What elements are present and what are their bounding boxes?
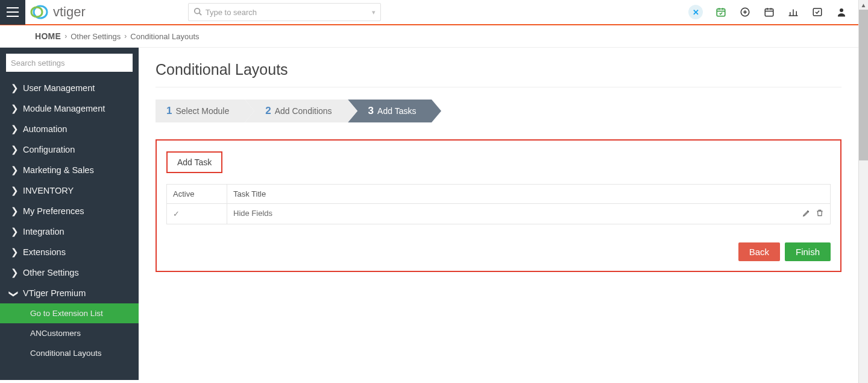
svg-rect-20 [813,8,822,16]
step-select-module[interactable]: 1 Select Module [156,100,245,122]
logo[interactable]: vtiger [30,0,86,25]
sidebar-item-label: Automation [23,124,67,134]
sidebar-item-label: My Preferences [23,206,84,216]
chevron-right-icon: ❯ [11,124,17,134]
logo-mark-icon [30,4,51,20]
tasks-panel: Add Task Active Task Title ✓ [156,139,841,272]
finish-button[interactable]: Finish [785,242,831,261]
settings-sidebar: ❯User Management ❯Module Management ❯Aut… [0,48,139,380]
chevron-down-icon: ❯ [9,290,19,296]
scroll-thumb[interactable] [859,10,868,160]
sidebar-item-label: Module Management [23,104,105,113]
chevron-right-icon: › [124,32,127,40]
back-button[interactable]: Back [738,242,780,261]
scroll-up-icon[interactable]: ▲ [859,0,868,10]
chevron-right-icon: ❯ [11,186,17,195]
calendar-event-icon[interactable] [715,6,727,18]
breadcrumb-current: Conditional Layouts [130,32,199,41]
step-number: 2 [265,105,271,117]
page-scrollbar[interactable]: ▲ [858,0,868,383]
chevron-right-icon: ❯ [11,227,17,236]
panel-actions: Back Finish [166,242,831,261]
topbar-actions: ✕ [688,5,858,19]
step-number: 3 [368,105,374,117]
sidebar-item-label: Marketing & Sales [23,165,94,175]
svg-rect-5 [717,9,725,16]
svg-rect-12 [765,9,773,16]
chevron-right-icon: ❯ [11,206,17,216]
calendar-icon[interactable] [763,6,775,18]
sidebar-item-other-settings[interactable]: ❯Other Settings [0,262,139,283]
chevron-right-icon: › [64,32,67,40]
sidebar-sub-ancustomers[interactable]: ANCustomers [0,323,139,343]
breadcrumb: HOME › Other Settings › Conditional Layo… [0,25,858,48]
app-switch-icon[interactable]: ✕ [688,5,703,19]
hamburger-icon [7,7,19,17]
sidebar-item-vtiger-premium[interactable]: ❯VTiger Premium [0,283,139,303]
chevron-right-icon: ❯ [11,268,17,277]
svg-rect-1 [7,11,19,13]
svg-point-3 [195,8,200,13]
main-content: Conditional Layouts 1 Select Module 2 Ad… [139,48,858,380]
sidebar-item-marketing-sales[interactable]: ❯Marketing & Sales [0,160,139,180]
sidebar-sub-extension-list[interactable]: Go to Extension List [0,303,139,323]
sidebar-item-label: VTiger Premium [23,288,86,298]
delete-icon[interactable] [816,209,824,219]
user-menu-icon[interactable] [835,6,848,18]
col-active-header: Active [167,185,227,204]
sidebar-item-integration[interactable]: ❯Integration [0,221,139,242]
sidebar-item-label: Integration [23,227,64,236]
sidebar-submenu: Go to Extension List ANCustomers Conditi… [0,303,139,363]
search-dropdown-icon[interactable]: ▾ [372,8,376,16]
sidebar-item-label: Other Settings [23,268,79,277]
chevron-right-icon: ❯ [11,104,17,113]
sidebar-item-automation[interactable]: ❯Automation [0,119,139,139]
sidebar-item-module-management[interactable]: ❯Module Management [0,98,139,119]
table-row: ✓ Hide Fields [167,204,831,224]
checkmark-icon[interactable]: ✓ [173,209,180,218]
active-cell: ✓ [167,204,227,224]
wizard-steps: 1 Select Module 2 Add Conditions 3 Add T… [156,100,841,122]
sidebar-nav: ❯User Management ❯Module Management ❯Aut… [0,78,139,363]
chevron-right-icon: ❯ [11,247,17,257]
step-add-tasks[interactable]: 3 Add Tasks [348,100,432,122]
step-number: 1 [166,105,172,117]
sidebar-item-user-management[interactable]: ❯User Management [0,78,139,98]
chevron-right-icon: ❯ [11,83,17,93]
svg-point-21 [840,8,843,12]
step-label: Select Module [175,106,229,116]
sidebar-search-input[interactable] [6,54,133,72]
edit-icon[interactable] [802,209,811,219]
sidebar-item-configuration[interactable]: ❯Configuration [0,139,139,160]
global-search-input[interactable] [202,8,372,17]
sidebar-item-my-preferences[interactable]: ❯My Preferences [0,201,139,221]
step-label: Add Conditions [275,106,332,116]
sidebar-item-extensions[interactable]: ❯Extensions [0,242,139,262]
chevron-right-icon: ❯ [11,145,17,154]
chevron-right-icon: ❯ [11,165,17,175]
tasks-icon[interactable] [811,6,823,18]
reports-icon[interactable] [787,6,799,18]
sidebar-item-label: Configuration [23,145,75,154]
col-title-header: Task Title [227,185,831,204]
sidebar-item-label: INVENTORY [23,186,74,195]
step-add-conditions[interactable]: 2 Add Conditions [245,100,347,122]
page-title: Conditional Layouts [156,61,841,87]
sidebar-sub-conditional-layouts[interactable]: Conditional Layouts [0,343,139,363]
svg-line-4 [199,13,201,15]
breadcrumb-home[interactable]: HOME [35,31,61,41]
add-task-button[interactable]: Add Task [166,151,222,173]
step-label: Add Tasks [377,106,416,116]
sidebar-item-label: User Management [23,83,95,93]
topbar: vtiger ▾ ✕ [0,0,858,25]
add-record-icon[interactable] [739,6,751,18]
search-icon [193,7,202,17]
row-actions [802,209,824,219]
menu-toggle-button[interactable] [0,0,25,25]
task-title: Hide Fields [233,209,272,218]
breadcrumb-link[interactable]: Other Settings [71,32,121,41]
sidebar-item-label: Extensions [23,247,66,257]
logo-text: vtiger [53,4,86,20]
sidebar-item-inventory[interactable]: ❯INVENTORY [0,180,139,201]
global-search[interactable]: ▾ [188,3,381,21]
